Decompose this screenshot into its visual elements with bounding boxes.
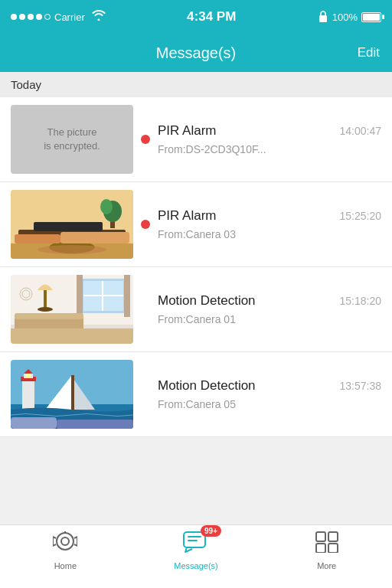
- svg-point-41: [57, 533, 74, 550]
- carrier-label: Carrier: [54, 11, 85, 23]
- svg-rect-6: [34, 222, 103, 231]
- status-left: Carrier: [11, 10, 106, 24]
- signal-dots: [11, 14, 51, 20]
- svg-point-23: [38, 307, 53, 312]
- svg-rect-13: [60, 232, 129, 243]
- svg-point-11: [38, 245, 106, 254]
- svg-rect-44: [188, 536, 201, 537]
- section-header-label: Today: [11, 78, 41, 91]
- svg-rect-39: [11, 417, 57, 429]
- battery-icon: [361, 12, 381, 22]
- battery-percent: 100%: [332, 11, 358, 23]
- messages-badge: 99+: [201, 525, 221, 537]
- svg-rect-47: [328, 532, 338, 541]
- read-spacer: [141, 305, 150, 314]
- svg-rect-31: [22, 379, 34, 410]
- read-spacer: [141, 390, 150, 399]
- message-source: From:Canera 01: [158, 313, 381, 325]
- signal-dot-3: [28, 14, 34, 20]
- status-bar: Carrier 4:34 PM 100%: [0, 0, 392, 34]
- signal-dot-2: [19, 14, 25, 20]
- svg-rect-0: [319, 15, 327, 22]
- tab-home[interactable]: Home: [0, 531, 131, 570]
- message-source: From:DS-2CD3Q10F...: [158, 143, 381, 155]
- message-thumb-4: [11, 360, 133, 429]
- svg-rect-45: [188, 540, 198, 541]
- message-type: PIR Alarm: [158, 208, 217, 224]
- lock-icon: [318, 10, 328, 24]
- svg-rect-28: [11, 328, 133, 344]
- tab-messages-label: Message(s): [174, 561, 217, 570]
- tab-messages[interactable]: 99+ Message(s): [131, 531, 262, 570]
- unread-indicator: [141, 135, 150, 144]
- svg-rect-40: [57, 420, 133, 429]
- home-camera-icon: [53, 531, 77, 558]
- message-thumb-3: [11, 275, 133, 344]
- message-item[interactable]: Motion Detection 15:18:20 From:Canera 01: [0, 267, 392, 352]
- message-top: Motion Detection 15:18:20: [158, 293, 381, 309]
- message-item[interactable]: PIR Alarm 15:25:20 From:Canera 03: [0, 182, 392, 267]
- nav-bar: Message(s) Edit: [0, 34, 392, 72]
- message-top: PIR Alarm 14:00:47: [158, 123, 381, 139]
- svg-point-9: [100, 199, 113, 214]
- message-type: Motion Detection: [158, 378, 256, 394]
- svg-rect-49: [328, 544, 338, 553]
- message-time: 14:00:47: [340, 125, 382, 137]
- message-source: From:Canera 05: [158, 398, 381, 410]
- message-content-2: PIR Alarm 15:25:20 From:Canera 03: [158, 208, 381, 240]
- message-item[interactable]: The pictureis encrypted. PIR Alarm 14:00…: [0, 97, 392, 182]
- more-icon: [315, 531, 338, 558]
- svg-point-42: [61, 537, 69, 545]
- message-content-4: Motion Detection 13:57:38 From:Canera 05: [158, 378, 381, 410]
- message-time: 15:25:20: [340, 210, 382, 222]
- status-time: 4:34 PM: [187, 9, 236, 24]
- edit-button[interactable]: Edit: [358, 45, 380, 60]
- message-content-1: PIR Alarm 14:00:47 From:DS-2CD3Q10F...: [158, 123, 381, 155]
- message-content-3: Motion Detection 15:18:20 From:Canera 01: [158, 293, 381, 325]
- svg-rect-12: [15, 234, 60, 243]
- svg-rect-21: [124, 275, 130, 317]
- nav-title: Message(s): [156, 44, 236, 62]
- message-type: PIR Alarm: [158, 123, 217, 139]
- message-item[interactable]: Motion Detection 13:57:38 From:Canera 05: [0, 352, 392, 437]
- encrypted-text: The pictureis encrypted.: [11, 105, 133, 174]
- status-right: 100%: [318, 10, 381, 24]
- message-top: Motion Detection 13:57:38: [158, 378, 381, 394]
- tab-home-label: Home: [54, 561, 77, 570]
- message-source: From:Canera 03: [158, 228, 381, 240]
- tab-more[interactable]: More: [261, 531, 392, 570]
- svg-rect-22: [44, 290, 47, 309]
- svg-rect-48: [316, 544, 325, 553]
- message-time: 13:57:38: [340, 380, 382, 392]
- unread-indicator: [141, 220, 150, 229]
- tab-more-label: More: [317, 561, 336, 570]
- svg-point-35: [26, 374, 31, 378]
- wifi-icon: [92, 10, 106, 24]
- svg-rect-25: [15, 313, 83, 319]
- section-header-today: Today: [0, 72, 392, 97]
- svg-rect-46: [316, 532, 325, 541]
- message-time: 15:18:20: [340, 295, 382, 307]
- signal-dot-5: [44, 14, 51, 20]
- messages-list: The pictureis encrypted. PIR Alarm 14:00…: [0, 97, 392, 437]
- signal-dot-4: [36, 14, 42, 20]
- signal-dot-1: [11, 14, 17, 20]
- svg-rect-38: [71, 375, 74, 410]
- tab-bar: Home 99+ Message(s) More: [0, 524, 392, 588]
- message-type: Motion Detection: [158, 293, 256, 309]
- message-thumb-1: The pictureis encrypted.: [11, 105, 133, 174]
- messages-icon: 99+: [183, 531, 209, 558]
- message-thumb-2: [11, 190, 133, 259]
- svg-rect-20: [77, 275, 83, 317]
- message-top: PIR Alarm 15:25:20: [158, 208, 381, 224]
